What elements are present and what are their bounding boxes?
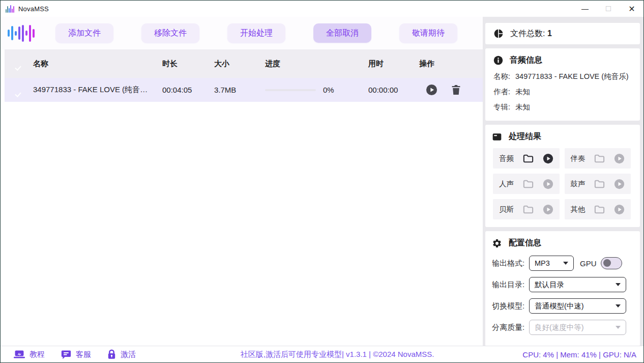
result-item-bass: 贝斯: [493, 199, 560, 219]
chevron-down-icon: [563, 262, 568, 265]
file-duration: 00:04:05: [162, 86, 214, 94]
progress-bar: [265, 89, 316, 91]
gear-icon: [492, 238, 502, 248]
gpu-toggle[interactable]: [601, 257, 622, 269]
result-item-audio: 音频: [493, 148, 560, 169]
output-dir-label: 输出目录:: [492, 280, 529, 290]
chevron-down-icon: [616, 283, 621, 286]
chevron-down-icon: [616, 304, 621, 308]
system-stats: CPU: 4% | Mem: 41% | GPU: N/A: [522, 350, 636, 359]
close-button[interactable]: ✕: [620, 1, 643, 17]
support-link[interactable]: 客服: [61, 349, 91, 359]
folder-icon[interactable]: [522, 178, 534, 190]
header-elapsed: 用时: [368, 59, 419, 69]
audio-album-label: 专辑:: [493, 99, 510, 115]
result-item-vocals: 人声: [493, 174, 560, 194]
folder-icon[interactable]: [522, 153, 534, 164]
card-icon: [492, 132, 502, 142]
result-item-accompaniment: 伴奏: [565, 148, 631, 169]
play-button[interactable]: [426, 84, 437, 96]
result-item-drums: 鼓声: [565, 174, 631, 194]
sidebar: 文件总数: 1 音频信息 名称:349771833 - FAKE LOVE (纯…: [483, 17, 643, 346]
table-row[interactable]: 349771833 - FAKE LOVE (纯音乐) 00:04:05 3.7…: [5, 78, 483, 102]
start-processing-button[interactable]: 开始处理: [227, 23, 285, 43]
file-count-card: 文件总数: 1: [485, 23, 640, 44]
play-result-icon[interactable]: [614, 153, 625, 164]
add-files-button[interactable]: 添加文件: [55, 23, 113, 43]
folder-icon[interactable]: [522, 204, 534, 215]
toolbar: 添加文件 移除文件 开始处理 全部取消 敬请期待: [1, 17, 483, 49]
statusbar: 教程 客服 激活 社区版,激活后可使用专业模型| v1.3.1 | ©2024 …: [1, 346, 643, 362]
chat-icon: [61, 349, 71, 359]
header-name: 名称: [33, 59, 162, 69]
titlebar: NovaMSS — ☐ ✕: [1, 1, 643, 17]
audio-artist-label: 作者:: [493, 84, 510, 99]
header-size: 大小: [214, 59, 265, 69]
model-select[interactable]: 普通模型(中速): [529, 298, 626, 314]
info-icon: [493, 55, 503, 65]
audio-artist-value: 未知: [515, 84, 530, 99]
header-duration: 时长: [162, 59, 214, 69]
results-title: 处理结果: [509, 131, 541, 142]
config-card: 配置信息 输出格式: MP3 GPU 输出目录: 默认目录: [485, 231, 640, 346]
file-count-value: 1: [547, 29, 552, 38]
results-grid: 音频 伴奏 人声 鼓声: [492, 148, 632, 219]
chevron-down-icon: [616, 326, 621, 329]
app-icon: [6, 5, 14, 13]
file-count-label: 文件总数:: [510, 29, 545, 38]
audio-album-value: 未知: [515, 99, 530, 115]
quality-label: 分离质量:: [492, 323, 529, 332]
window-title: NovaMSS: [18, 5, 49, 13]
remove-files-button[interactable]: 移除文件: [141, 23, 199, 43]
file-table: 名称 时长 大小 进度 用时 操作 349771833 - FAKE LOVE …: [5, 49, 483, 346]
result-item-other: 其他: [565, 199, 631, 219]
waveform-logo-icon: [8, 23, 35, 43]
folder-icon[interactable]: [594, 178, 605, 190]
stay-tuned-button[interactable]: 敬请期待: [399, 23, 457, 43]
tutorial-icon: [14, 350, 25, 359]
output-dir-select[interactable]: 默认目录: [529, 277, 626, 292]
maximize-button[interactable]: ☐: [597, 1, 620, 17]
play-result-icon[interactable]: [543, 153, 553, 164]
output-format-label: 输出格式:: [492, 259, 529, 268]
play-result-icon[interactable]: [543, 179, 553, 189]
quality-select[interactable]: 良好(速度中等): [529, 320, 626, 335]
play-result-icon[interactable]: [614, 179, 625, 189]
play-result-icon[interactable]: [614, 204, 625, 215]
version-info: 社区版,激活后可使用专业模型| v1.3.1 | ©2024 NovaMSS.: [152, 350, 522, 359]
output-format-select[interactable]: MP3: [529, 256, 574, 271]
folder-icon[interactable]: [594, 204, 605, 215]
activate-link[interactable]: 激活: [107, 349, 136, 359]
header-actions: 操作: [419, 59, 483, 69]
model-label: 切换模型:: [492, 301, 529, 311]
table-header: 名称 时长 大小 进度 用时 操作: [5, 49, 483, 78]
app-window: NovaMSS — ☐ ✕ 添加文件 移除文件 开始处理 全部取消 敬请期待: [0, 0, 644, 363]
file-size: 3.7MB: [214, 86, 265, 94]
audio-name-label: 名称:: [493, 69, 510, 84]
config-title: 配置信息: [509, 238, 541, 248]
audio-name-value: 349771833 - FAKE LOVE (纯音乐): [515, 69, 628, 84]
audio-info-card: 音频信息 名称:349771833 - FAKE LOVE (纯音乐) 作者:未…: [485, 48, 640, 121]
lock-icon: [107, 349, 116, 359]
results-card: 处理结果 音频 伴奏 人声: [485, 125, 640, 227]
folder-icon[interactable]: [594, 153, 605, 164]
delete-button[interactable]: [451, 85, 461, 95]
play-result-icon[interactable]: [543, 204, 553, 215]
audio-info-title: 音频信息: [510, 55, 542, 66]
tutorial-link[interactable]: 教程: [14, 350, 45, 359]
pie-chart-icon: [493, 29, 504, 39]
progress-percent: 0%: [323, 86, 334, 94]
minimize-button[interactable]: —: [573, 1, 597, 17]
gpu-label: GPU: [580, 259, 597, 268]
header-progress: 进度: [265, 59, 368, 69]
file-elapsed: 00:00:00: [368, 86, 419, 94]
cancel-all-button[interactable]: 全部取消: [313, 23, 371, 43]
file-name: 349771833 - FAKE LOVE (纯音乐): [33, 85, 162, 95]
